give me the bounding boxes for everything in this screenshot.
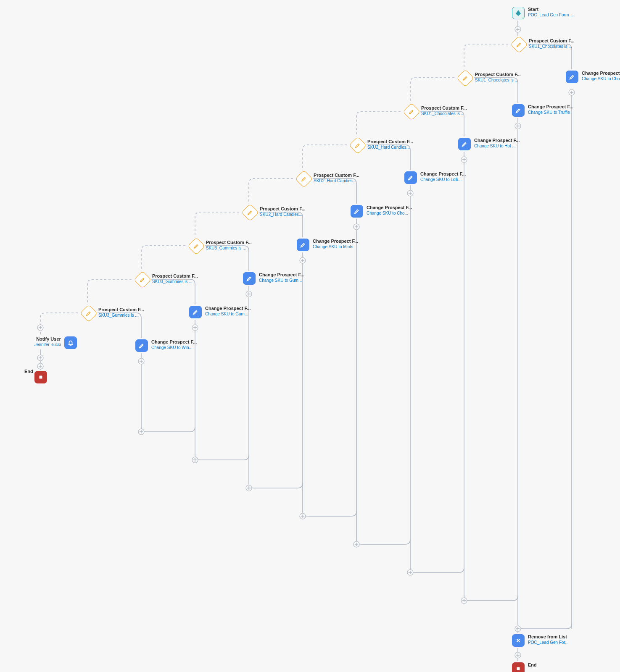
svg-point-9 (138, 358, 144, 364)
pencil-icon (404, 171, 417, 184)
svg-rect-23 (517, 667, 520, 670)
node-title: Change Prospect F... (205, 306, 251, 312)
end-node[interactable]: End (512, 662, 537, 672)
node-subtitle: Change SKU to Hot ... (474, 144, 520, 149)
node-title: Change Prospect F... (420, 171, 466, 177)
svg-point-14 (192, 457, 198, 463)
svg-point-0 (515, 26, 521, 32)
svg-point-16 (300, 513, 306, 519)
node-subtitle: POC_Lead Gen For... (528, 640, 569, 646)
rule-node[interactable]: Prospect Custom F...SKU2_Hard Candies... (244, 206, 306, 219)
action-node[interactable]: Change Prospect F...Change SKU to Hot ..… (458, 138, 520, 150)
node-title: Prospect Custom F... (367, 139, 413, 145)
node-subtitle: Change SKU to Mints (313, 244, 358, 250)
rule-node[interactable]: Prospect Custom F...SKU1_Chocolates is .… (405, 105, 467, 118)
action-node[interactable]: Change Prospect F...Change SKU to Cho... (351, 205, 412, 218)
node-subtitle: Change SKU to Cho... (582, 76, 620, 82)
rule-node[interactable]: Prospect Custom F...SKU3_Gummies is ... (136, 273, 198, 286)
action-node[interactable]: Change Prospect F...Change SKU to Cho... (566, 71, 620, 83)
bell-icon (64, 336, 77, 349)
svg-point-19 (461, 598, 467, 604)
rule-icon (295, 170, 313, 188)
rule-icon (241, 204, 259, 221)
end-node[interactable] (34, 371, 47, 383)
svg-point-20 (515, 626, 521, 632)
rule-icon (349, 136, 367, 154)
svg-point-12 (37, 363, 43, 369)
node-subtitle: POC_Lead Gen Form_... (528, 13, 575, 18)
stop-icon (512, 662, 525, 672)
node-title: Change Prospect F... (151, 339, 197, 345)
svg-point-1 (569, 89, 575, 95)
action-node[interactable]: Change Prospect F...Change SKU to Gum... (243, 272, 304, 285)
node-title: Change Prospect F... (367, 205, 412, 211)
pencil-icon (512, 104, 525, 117)
node-subtitle: SKU1_Chocolates is ... (529, 44, 575, 50)
svg-point-21 (515, 652, 521, 658)
action-node[interactable]: Change Prospect F...Change SKU to Gum... (189, 306, 251, 318)
node-title: Start (528, 7, 575, 13)
pencil-icon (566, 71, 578, 83)
node-title: Change Prospect F... (474, 138, 520, 144)
action-node[interactable]: Change Prospect F...Change SKU to Lolli.… (404, 171, 466, 184)
add-step-icon[interactable] (37, 26, 575, 658)
node-title: Prospect Custom F... (475, 72, 521, 78)
svg-point-10 (37, 325, 43, 331)
svg-rect-22 (40, 376, 42, 379)
rule-icon (456, 69, 474, 87)
rule-icon (403, 103, 420, 121)
node-title: Prospect Custom F... (152, 273, 198, 279)
node-subtitle: Change SKU to Lolli... (420, 177, 466, 183)
svg-point-13 (138, 429, 144, 435)
node-subtitle: SKU2_Hard Candies... (260, 212, 306, 218)
node-subtitle: Change SKU to Truffle (528, 110, 573, 116)
node-subtitle: SKU1_Chocolates is ... (421, 111, 467, 117)
node-subtitle: Jennifer Bucci (34, 342, 61, 348)
rule-icon (80, 304, 98, 322)
node-title: Prospect Custom F... (260, 206, 306, 212)
svg-point-7 (246, 291, 252, 297)
stop-icon (34, 371, 47, 383)
start-node[interactable]: Start POC_Lead Gen Form_... (512, 7, 575, 19)
node-subtitle: Change SKU to Win... (151, 345, 197, 351)
node-subtitle: SKU2_Hard Candies... (314, 178, 359, 184)
pencil-icon (189, 306, 202, 318)
action-node[interactable]: Change Prospect F...Change SKU to Mints (297, 239, 358, 251)
node-subtitle: Change SKU to Cho... (367, 211, 412, 216)
rule-node[interactable]: Prospect Custom F...SKU1_Chocolates is .… (459, 72, 521, 84)
workflow-canvas[interactable]: { "nodes": { "start": {"title":"Start","… (0, 0, 620, 672)
pencil-icon (458, 138, 471, 150)
action-node[interactable]: Change Prospect F...Change SKU to Truffl… (512, 104, 573, 117)
node-title: Change Prospect F... (259, 272, 304, 278)
svg-point-15 (246, 485, 252, 491)
node-title: End (528, 662, 537, 668)
node-title: Notify User (36, 336, 61, 342)
svg-point-17 (354, 541, 359, 547)
svg-point-3 (461, 157, 467, 163)
action-node[interactable]: Change Prospect F...Change SKU to Win... (135, 339, 197, 352)
node-title: Prospect Custom F... (314, 173, 359, 178)
notify-user-node[interactable]: Notify UserJennifer Bucci (34, 336, 77, 349)
rule-icon (187, 237, 205, 255)
node-title: Change Prospect F... (313, 239, 358, 244)
svg-point-4 (407, 190, 413, 196)
rule-node[interactable]: Prospect Custom F...SKU3_Gummies is ... (190, 240, 252, 252)
end-label: End (24, 369, 33, 374)
rule-node[interactable]: Prospect Custom F...SKU1_Chocolates is .… (513, 38, 575, 51)
svg-point-6 (300, 257, 306, 263)
node-title: Prospect Custom F... (206, 240, 252, 246)
pencil-icon (135, 339, 148, 352)
pencil-icon (243, 272, 256, 285)
node-title: Prospect Custom F... (421, 105, 467, 111)
node-title: Remove from List (528, 634, 569, 640)
node-subtitle: SKU3_Gummies is ... (98, 313, 144, 318)
trigger-icon (512, 7, 525, 19)
node-title: Prospect Custom F... (529, 38, 575, 44)
svg-point-18 (407, 570, 413, 575)
rule-node[interactable]: Prospect Custom F...SKU2_Hard Candies... (298, 173, 359, 185)
rule-node[interactable]: Prospect Custom F...SKU2_Hard Candies... (351, 139, 413, 152)
rule-node[interactable]: Prospect Custom F...SKU3_Gummies is ... (82, 307, 144, 320)
rule-icon (134, 271, 151, 289)
remove-from-list-node[interactable]: Remove from ListPOC_Lead Gen For... (512, 634, 569, 647)
svg-point-2 (515, 123, 521, 129)
